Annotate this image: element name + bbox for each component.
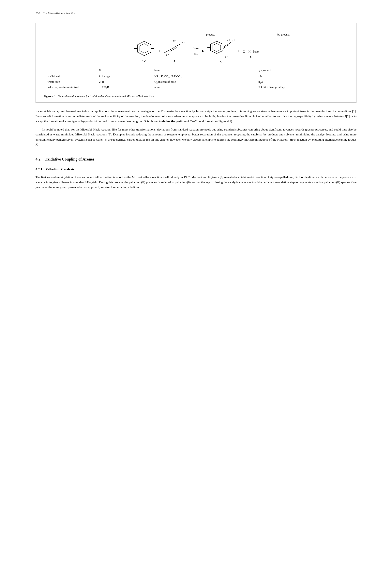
subsection-number: 4.2.1 bbox=[36, 167, 42, 171]
svg-marker-1 bbox=[140, 44, 149, 53]
scheme-table: X base by-product traditional 1: halogen… bbox=[44, 67, 348, 91]
row-byproduct-3: CO, ROH (recyclable) bbox=[254, 85, 348, 91]
figure-container: product: by-product: bbox=[36, 23, 356, 103]
compound-5: R R 2 R 1 R 3 5 bbox=[207, 38, 235, 64]
row-x-2: 2: H bbox=[95, 79, 150, 85]
table-row: salt-free, waste-minimized 3: CO2R none … bbox=[44, 85, 348, 91]
svg-text:X: X bbox=[154, 47, 155, 50]
paragraph-2: It should be noted that, for the Mizorok… bbox=[36, 127, 356, 147]
row-byproduct-2: H2O bbox=[254, 79, 348, 85]
subsection-title: Palladium Catalysts bbox=[46, 167, 74, 171]
page-header: 164 The Mizoroki–Heck Reaction bbox=[36, 12, 356, 15]
plus-sign-2: + bbox=[238, 49, 240, 54]
col-header-byproduct: by-product bbox=[254, 67, 348, 73]
col-header-base: base bbox=[150, 67, 254, 73]
xh-base-label: X—H · base bbox=[243, 50, 259, 54]
by-product-label: by-product: bbox=[277, 33, 290, 36]
row-type-1: traditional bbox=[44, 73, 95, 80]
svg-marker-17 bbox=[213, 43, 221, 52]
page-number: 164 bbox=[36, 12, 40, 15]
label-6: 6 bbox=[243, 55, 259, 58]
svg-text:R: R bbox=[226, 39, 228, 42]
col-header-x: X bbox=[95, 67, 150, 73]
section-title: Oxidative Coupling of Arenes bbox=[44, 157, 94, 161]
svg-text:R: R bbox=[232, 39, 233, 42]
figure-caption: Figure 4.1 General reaction scheme for t… bbox=[44, 94, 348, 99]
svg-line-11 bbox=[176, 44, 181, 46]
row-base-2: O2 instead of base bbox=[150, 79, 254, 85]
svg-text:3: 3 bbox=[168, 54, 169, 56]
compound-1-3: R X 1-3 bbox=[133, 39, 155, 63]
row-type-3: salt-free, waste-minimized bbox=[44, 85, 95, 91]
svg-text:1: 1 bbox=[234, 39, 235, 41]
bold-text-define: define the bbox=[162, 119, 175, 123]
svg-text:3: 3 bbox=[227, 56, 228, 58]
svg-text:2: 2 bbox=[175, 39, 176, 41]
compound-ref-6: 6 bbox=[96, 119, 97, 123]
svg-text:R: R bbox=[181, 41, 183, 44]
compound-6: X—H · base 6 bbox=[243, 44, 259, 58]
compound-4: R 2 R 1 R 3 4 bbox=[163, 39, 185, 63]
svg-text:R: R bbox=[224, 56, 226, 59]
table-row: traditional 1: halogen NR3, K2CO3, NaHCO… bbox=[44, 73, 348, 80]
row-type-2: waste-free bbox=[44, 79, 95, 85]
row-base-1: NR3, K2CO3, NaHCO3,... bbox=[150, 73, 254, 80]
row-x-1: 1: halogen bbox=[95, 73, 150, 80]
svg-text:2: 2 bbox=[229, 39, 230, 41]
subsection-4-2-1-heading: 4.2.1 Palladium Catalysts bbox=[36, 167, 356, 171]
svg-line-10 bbox=[164, 50, 169, 53]
row-base-3: none bbox=[150, 85, 254, 91]
plus-sign-1: + bbox=[158, 49, 161, 54]
row-x-3: 3: CO2R bbox=[95, 85, 150, 91]
main-body-text: for most laboratory and low-volume indus… bbox=[36, 109, 356, 147]
section-number: 4.2 bbox=[36, 157, 41, 161]
label-4: 4 bbox=[163, 60, 185, 63]
svg-marker-0 bbox=[137, 41, 151, 56]
product-label: product: bbox=[206, 33, 216, 36]
svg-text:R: R bbox=[207, 46, 209, 49]
page-title: The Mizoroki–Heck Reaction bbox=[43, 12, 76, 15]
compound-ref-2: 2 bbox=[345, 114, 346, 118]
cat-label: cat. bbox=[194, 52, 198, 55]
section-4-2-heading: 4.2 Oxidative Coupling of Arenes bbox=[36, 157, 356, 161]
col-header-empty bbox=[44, 67, 95, 73]
svg-text:R: R bbox=[134, 47, 135, 50]
paragraph-1: for most laboratory and low-volume indus… bbox=[36, 109, 356, 124]
base-label: base bbox=[194, 47, 198, 50]
svg-line-24 bbox=[228, 42, 232, 45]
final-paragraph: The first waste-free vinylation of arene… bbox=[36, 174, 356, 190]
svg-text:1: 1 bbox=[184, 41, 185, 43]
reaction-arrow-section: base cat. bbox=[188, 47, 204, 55]
figure-caption-text: General reaction scheme for traditional … bbox=[58, 95, 155, 98]
table-row: waste-free 2: H O2 instead of base H2O bbox=[44, 79, 348, 85]
svg-text:R: R bbox=[173, 39, 174, 42]
page: 164 The Mizoroki–Heck Reaction product: … bbox=[0, 0, 392, 569]
figure-caption-bold: Figure 4.1 bbox=[44, 95, 56, 98]
label-1-3: 1-3 bbox=[133, 60, 155, 63]
row-byproduct-1: salt bbox=[254, 73, 348, 80]
label-5: 5 bbox=[207, 61, 235, 64]
final-paragraph-container: The first waste-free vinylation of arene… bbox=[36, 174, 356, 190]
svg-text:R: R bbox=[165, 54, 167, 57]
